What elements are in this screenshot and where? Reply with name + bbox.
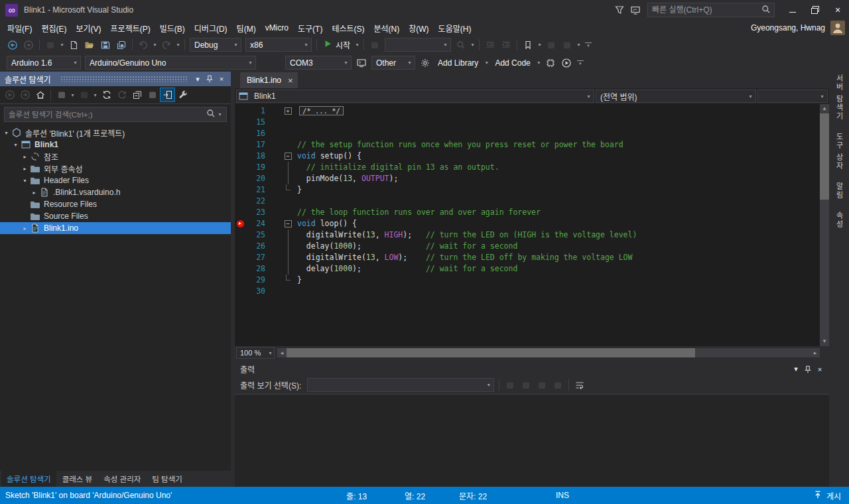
save-icon[interactable] xyxy=(98,38,113,52)
window-position-icon[interactable]: ▾ xyxy=(192,73,204,85)
go-to-next-message-icon[interactable] xyxy=(534,378,550,393)
serial-port-combo[interactable]: COM3▾ xyxy=(285,56,352,70)
close-button[interactable]: × xyxy=(826,1,849,19)
properties-icon[interactable] xyxy=(175,88,190,102)
dropdown-chevron-icon[interactable]: ▾ xyxy=(69,92,76,98)
chevron-down-icon[interactable]: ▾ xyxy=(231,42,241,48)
code-line[interactable]: 30 xyxy=(235,286,820,297)
fold-collapse-icon[interactable]: − xyxy=(285,153,292,160)
menu-item[interactable]: 테스트(S) xyxy=(327,21,369,36)
code-line[interactable]: 22 xyxy=(235,196,820,207)
dropdown-chevron-icon[interactable]: ▾ xyxy=(354,42,361,48)
fold-margin[interactable] xyxy=(283,252,293,263)
menu-item[interactable]: 팀(M) xyxy=(232,21,261,36)
dropdown-chevron-icon[interactable]: ▾ xyxy=(575,42,582,48)
fold-margin[interactable] xyxy=(283,184,293,196)
fold-margin[interactable] xyxy=(283,241,293,252)
vertical-scrollbar[interactable]: ▲ ▼ xyxy=(820,104,829,346)
fold-margin[interactable] xyxy=(283,196,293,207)
code-line[interactable]: 17// the setup function runs once when y… xyxy=(235,139,820,151)
right-tool-tab[interactable]: 속성 xyxy=(834,212,844,229)
open-file-icon[interactable] xyxy=(82,38,98,52)
increase-indent-icon[interactable] xyxy=(498,38,514,52)
chevron-expanded-icon[interactable]: ▾ xyxy=(21,178,29,184)
fold-margin[interactable] xyxy=(283,162,293,173)
menu-item[interactable]: 편집(E) xyxy=(36,21,71,36)
code-line[interactable]: 21} xyxy=(235,184,820,196)
scroll-down-icon[interactable]: ▼ xyxy=(822,337,827,346)
code-line[interactable]: 25 digitalWrite(13, HIGH); // turn the L… xyxy=(235,229,820,241)
scope-dropdown[interactable]: (전역 범위) ▾ xyxy=(596,90,756,103)
solution-explorer-header[interactable]: 솔루션 탐색기 ▾ × xyxy=(0,72,231,86)
arduino-board-combo[interactable]: Arduino/Genuino Uno▾ xyxy=(85,56,256,70)
close-icon[interactable]: × xyxy=(216,73,228,85)
chevron-collapsed-icon[interactable]: ▸ xyxy=(21,154,29,160)
forward-circle-icon[interactable] xyxy=(21,38,36,52)
toggle-bookmark-icon[interactable] xyxy=(520,38,536,52)
menu-item[interactable]: 파일(F) xyxy=(3,21,36,36)
back-circle-icon[interactable] xyxy=(2,88,17,102)
close-icon[interactable]: × xyxy=(814,363,826,375)
chevron-collapsed-icon[interactable]: ▸ xyxy=(21,225,29,231)
code-line[interactable]: 15 xyxy=(235,117,820,128)
forward-circle-icon[interactable] xyxy=(17,88,33,102)
close-icon[interactable]: × xyxy=(288,76,293,86)
document-tab[interactable]: Blink1.ino × xyxy=(240,72,298,88)
solution-platforms-combo[interactable]: x86▾ xyxy=(245,38,312,52)
tree-item[interactable]: ▸.Blink1.vsarduino.h xyxy=(0,186,231,198)
chevron-down-icon[interactable]: ▾ xyxy=(301,42,311,48)
fold-margin[interactable] xyxy=(283,139,293,151)
scroll-left-icon[interactable]: ◂ xyxy=(277,348,287,357)
bottom-tool-tab[interactable]: 클래스 뷰 xyxy=(57,471,98,487)
fold-margin[interactable]: − xyxy=(283,151,293,162)
toolbar-options-icon[interactable]: ▾ xyxy=(584,42,593,48)
toolbar-options-icon[interactable]: ▾ xyxy=(576,60,585,66)
fold-margin[interactable]: − xyxy=(283,218,293,229)
window-position-icon[interactable]: ▾ xyxy=(790,363,802,375)
scroll-right-icon[interactable]: ▸ xyxy=(811,348,820,357)
tree-item[interactable]: Resource Files xyxy=(0,198,231,210)
switch-views-icon[interactable] xyxy=(54,88,69,102)
show-all-files-icon[interactable] xyxy=(145,88,160,102)
programmer-combo[interactable]: Other▾ xyxy=(371,56,415,70)
chevron-down-icon[interactable]: ▾ xyxy=(245,60,255,66)
clear-all-icon[interactable] xyxy=(550,378,566,393)
member-dropdown[interactable]: ▾ xyxy=(757,90,828,103)
find-combo[interactable]: ▾ xyxy=(385,38,451,52)
chevron-down-icon[interactable]: ▾ xyxy=(484,382,493,388)
chevron-down-icon[interactable]: ▾ xyxy=(405,60,415,66)
bottom-tool-tab[interactable]: 속성 관리자 xyxy=(98,471,146,487)
publish-button[interactable]: 게시 xyxy=(805,487,849,504)
code-line[interactable]: 1+/* ... */ xyxy=(235,105,820,117)
refresh-icon[interactable] xyxy=(114,88,129,102)
code-line[interactable]: 20 pinMode(13, OUTPUT); xyxy=(235,173,820,184)
code-line[interactable]: 16 xyxy=(235,128,820,139)
vertical-scrollbar-thumb[interactable] xyxy=(820,113,829,200)
dropdown-chevron-icon[interactable]: ▾ xyxy=(536,42,543,48)
fold-margin[interactable] xyxy=(283,229,293,241)
code-line[interactable]: 18−void setup() { xyxy=(235,151,820,162)
fold-margin[interactable] xyxy=(283,275,293,286)
menu-item[interactable]: vMicro xyxy=(261,21,293,34)
pending-changes-filter-icon[interactable] xyxy=(76,88,92,102)
gear-icon[interactable] xyxy=(417,56,433,70)
horizontal-scrollbar-thumb[interactable] xyxy=(287,348,695,357)
search-icon[interactable] xyxy=(206,108,216,121)
feedback-filter-icon[interactable] xyxy=(612,3,627,17)
output-content[interactable] xyxy=(235,395,829,487)
preview-selected-items-icon[interactable] xyxy=(160,88,175,102)
breakpoint-margin[interactable] xyxy=(235,220,245,227)
pin-icon[interactable] xyxy=(204,73,216,85)
menu-item[interactable]: 도움말(H) xyxy=(434,21,476,36)
code-line[interactable]: 29} xyxy=(235,275,820,286)
code-line[interactable]: 19 // initialize digital pin 13 as an ou… xyxy=(235,162,820,173)
horizontal-scrollbar[interactable] xyxy=(287,348,811,357)
chevron-collapsed-icon[interactable]: ▸ xyxy=(30,190,38,196)
bottom-tool-tab[interactable]: 팀 탐색기 xyxy=(147,471,188,487)
back-icon[interactable] xyxy=(5,38,21,52)
bottom-tool-tab[interactable]: 솔루션 탐색기 xyxy=(1,471,56,487)
dropdown-chevron-icon[interactable]: ▾ xyxy=(483,60,490,66)
menu-item[interactable]: 빌드(B) xyxy=(155,21,190,36)
code-line[interactable]: 26 delay(1000); // wait for a second xyxy=(235,241,820,252)
code-editor[interactable]: 1+/* ... */151617// the setup function r… xyxy=(235,104,829,346)
